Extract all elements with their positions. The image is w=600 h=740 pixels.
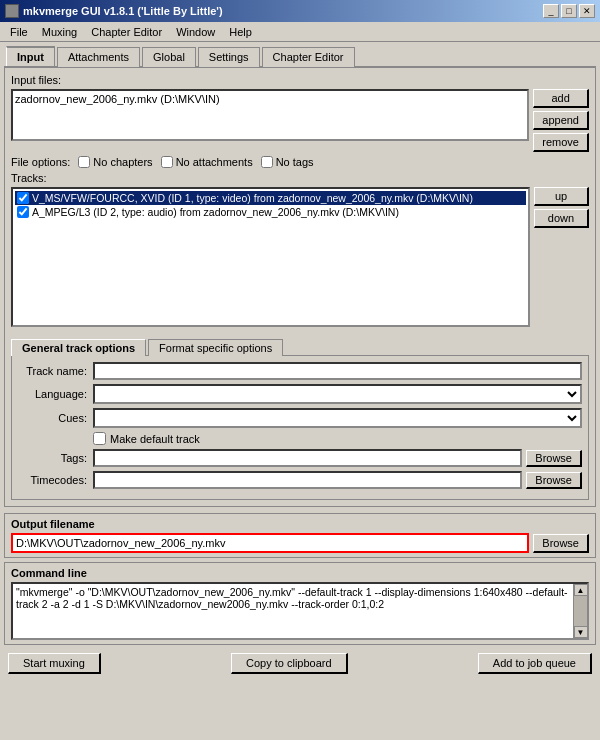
command-line-title: Command line	[11, 567, 589, 579]
minimize-button[interactable]: _	[543, 4, 559, 18]
timecodes-label: Timecodes:	[18, 474, 93, 486]
tab-bar: Input Attachments Global Settings Chapte…	[0, 42, 600, 66]
up-button[interactable]: up	[534, 187, 589, 206]
updown-buttons: up down	[534, 187, 589, 333]
language-label: Language:	[18, 388, 93, 400]
tags-label: Tags:	[18, 452, 93, 464]
append-button[interactable]: append	[533, 111, 589, 130]
remove-button[interactable]: remove	[533, 133, 589, 152]
close-button[interactable]: ✕	[579, 4, 595, 18]
tracks-box: V_MS/VFW/FOURCC, XVID (ID 1, type: video…	[11, 187, 530, 327]
output-browse-button[interactable]: Browse	[533, 534, 589, 553]
timecodes-row: Timecodes: Browse	[18, 471, 582, 489]
down-button[interactable]: down	[534, 209, 589, 228]
language-row: Language:	[18, 384, 582, 404]
input-file-item: zadornov_new_2006_ny.mkv (D:\MKV\IN)	[15, 93, 525, 105]
no-chapters-checkbox[interactable]: No chapters	[78, 156, 152, 168]
no-attachments-checkbox[interactable]: No attachments	[161, 156, 253, 168]
title-bar: mkvmerge GUI v1.8.1 ('Little By Little')…	[0, 0, 600, 22]
tab-format-specific-options[interactable]: Format specific options	[148, 339, 283, 356]
tab-input[interactable]: Input	[6, 46, 55, 66]
input-files-box: zadornov_new_2006_ny.mkv (D:\MKV\IN)	[11, 89, 529, 141]
command-line-text: "mkvmerge" -o "D:\MKV\OUT\zadornov_new_2…	[16, 586, 584, 610]
tab-chapter-editor[interactable]: Chapter Editor	[262, 47, 355, 67]
tags-input[interactable]	[93, 449, 522, 467]
menu-window[interactable]: Window	[170, 25, 221, 39]
output-filename-input[interactable]	[11, 533, 529, 553]
add-button[interactable]: add	[533, 89, 589, 108]
language-select[interactable]	[93, 384, 582, 404]
cues-row: Cues:	[18, 408, 582, 428]
scrollbar-up-arrow[interactable]: ▲	[574, 584, 588, 596]
tracks-label: Tracks:	[11, 172, 589, 184]
file-options-label: File options:	[11, 156, 70, 168]
tab-attachments[interactable]: Attachments	[57, 47, 140, 67]
cues-label: Cues:	[18, 412, 93, 424]
maximize-button[interactable]: □	[561, 4, 577, 18]
tags-browse-button[interactable]: Browse	[526, 450, 582, 467]
inner-tab-bar: General track options Format specific op…	[11, 339, 589, 356]
track-item[interactable]: V_MS/VFW/FOURCC, XVID (ID 1, type: video…	[15, 191, 526, 205]
tab-settings[interactable]: Settings	[198, 47, 260, 67]
track-item[interactable]: A_MPEG/L3 (ID 2, type: audio) from zador…	[15, 205, 526, 219]
menu-file[interactable]: File	[4, 25, 34, 39]
command-line-box: "mkvmerge" -o "D:\MKV\OUT\zadornov_new_2…	[11, 582, 589, 640]
cues-select[interactable]	[93, 408, 582, 428]
window-title: mkvmerge GUI v1.8.1 ('Little By Little')	[23, 5, 223, 17]
timecodes-input[interactable]	[93, 471, 522, 489]
menu-help[interactable]: Help	[223, 25, 258, 39]
file-options-row: File options: No chapters No attachments…	[11, 156, 589, 168]
copy-to-clipboard-button[interactable]: Copy to clipboard	[231, 653, 348, 674]
make-default-row: Make default track	[18, 432, 582, 445]
start-muxing-button[interactable]: Start muxing	[8, 653, 101, 674]
scrollbar-track	[574, 596, 588, 626]
timecodes-browse-button[interactable]: Browse	[526, 472, 582, 489]
main-content: Input files: zadornov_new_2006_ny.mkv (D…	[4, 66, 596, 507]
tags-row: Tags: Browse	[18, 449, 582, 467]
bottom-buttons: Start muxing Copy to clipboard Add to jo…	[0, 647, 600, 680]
menu-bar: File Muxing Chapter Editor Window Help	[0, 22, 600, 42]
no-tags-checkbox[interactable]: No tags	[261, 156, 314, 168]
track-name-input[interactable]	[93, 362, 582, 380]
input-files-label: Input files:	[11, 74, 589, 86]
scrollbar-down-arrow[interactable]: ▼	[574, 626, 588, 638]
menu-chapter-editor[interactable]: Chapter Editor	[85, 25, 168, 39]
command-line-scrollbar[interactable]: ▲ ▼	[573, 584, 587, 638]
make-default-checkbox[interactable]	[93, 432, 106, 445]
track-name-row: Track name:	[18, 362, 582, 380]
make-default-label: Make default track	[110, 433, 200, 445]
menu-muxing[interactable]: Muxing	[36, 25, 83, 39]
command-line-section: Command line "mkvmerge" -o "D:\MKV\OUT\z…	[4, 562, 596, 645]
track-name-label: Track name:	[18, 365, 93, 377]
output-section: Output filename Browse	[4, 513, 596, 558]
tab-general-track-options[interactable]: General track options	[11, 339, 146, 356]
output-section-title: Output filename	[11, 518, 589, 530]
tab-global[interactable]: Global	[142, 47, 196, 67]
input-buttons: add append remove	[533, 89, 589, 152]
add-to-job-queue-button[interactable]: Add to job queue	[478, 653, 592, 674]
output-filename-row: Browse	[11, 533, 589, 553]
inner-tab-content: Track name: Language: Cues: Make default…	[11, 355, 589, 500]
app-icon	[5, 4, 19, 18]
